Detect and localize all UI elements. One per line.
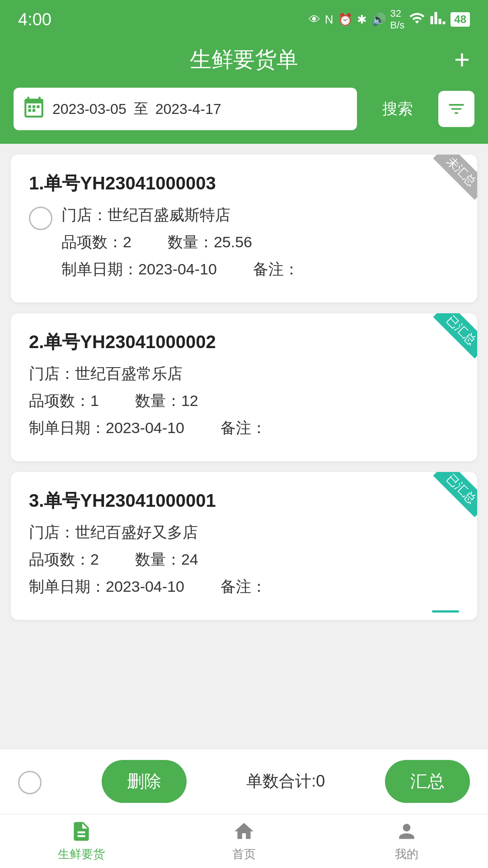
badge-3: 已汇总 <box>427 472 477 522</box>
order-radio-1[interactable] <box>29 207 52 230</box>
add-button[interactable]: + <box>454 46 470 73</box>
orders-list: 未汇总 1.单号YH23041000003 门店：世纪百盛威斯特店 品项数：2 … <box>0 144 488 710</box>
scroll-indicator <box>432 610 459 613</box>
home-icon <box>233 820 255 843</box>
nav-label-home: 首页 <box>232 846 256 862</box>
order-store-1: 门店：世纪百盛威斯特店 <box>61 205 459 226</box>
nav-label-mine: 我的 <box>395 846 418 862</box>
order-item-count-2: 品项数：1 <box>29 391 99 411</box>
order-date-3: 制单日期：2023-04-10 <box>29 576 184 597</box>
svg-rect-0 <box>28 105 31 108</box>
status-icons: 👁 N ⏰ ✱ 🔊 32B/s 48 <box>309 8 470 31</box>
badge-1: 未汇总 <box>427 155 477 204</box>
badge-text-3: 已汇总 <box>433 472 477 517</box>
search-bar: 2023-03-05 至 2023-4-17 搜索 <box>0 88 488 144</box>
svg-rect-4 <box>33 109 35 112</box>
svg-rect-3 <box>28 109 31 112</box>
delete-button[interactable]: 删除 <box>102 760 187 803</box>
order-quantity-3: 数量：24 <box>135 549 198 570</box>
nfc-icon: N <box>325 13 333 27</box>
summary-label: 单数合计: <box>246 772 316 790</box>
mine-icon <box>395 820 418 843</box>
page-title: 生鲜要货单 <box>190 45 298 74</box>
bottom-nav: 生鲜要货 首页 我的 <box>0 814 488 868</box>
order-store-3: 门店：世纪百盛好又多店 <box>29 522 459 543</box>
date-from: 2023-03-05 <box>52 101 127 118</box>
order-date-1: 制单日期：2023-04-10 <box>61 259 217 280</box>
date-separator: 至 <box>134 99 148 119</box>
order-item-count-3: 品项数：2 <box>29 549 99 570</box>
order-store-2: 门店：世纪百盛常乐店 <box>29 363 459 384</box>
calendar-icon <box>23 96 45 122</box>
volume-icon: 🔊 <box>371 13 386 27</box>
status-bar: 4:00 👁 N ⏰ ✱ 🔊 32B/s 48 <box>0 0 488 36</box>
order-title-1: 1.单号YH23041000003 <box>29 171 459 196</box>
order-card-3[interactable]: 已汇总 3.单号YH23041000001 门店：世纪百盛好又多店 品项数：2 … <box>11 472 477 620</box>
svg-rect-2 <box>37 105 39 108</box>
order-remark-3: 备注： <box>221 576 267 597</box>
order-quantity-2: 数量：12 <box>135 391 198 411</box>
order-item-count-1: 品项数：2 <box>61 232 131 253</box>
search-button[interactable]: 搜索 <box>366 90 429 127</box>
bottom-action-bar: 删除 单数合计:0 汇总 <box>0 749 488 814</box>
data-speed: 32B/s <box>390 8 405 31</box>
nav-item-mine[interactable]: 我的 <box>325 814 488 868</box>
status-time: 4:00 <box>18 10 52 29</box>
order-title-2: 2.单号YH23041000002 <box>29 330 459 354</box>
date-to: 2023-4-17 <box>155 101 221 118</box>
select-all-radio[interactable] <box>18 771 42 794</box>
date-range-container[interactable]: 2023-03-05 至 2023-4-17 <box>14 88 357 130</box>
alarm-icon: ⏰ <box>338 13 352 27</box>
fresh-icon <box>70 820 93 843</box>
order-quantity-1: 数量：25.56 <box>168 232 252 253</box>
nav-item-home[interactable]: 首页 <box>163 814 325 868</box>
order-card-1[interactable]: 未汇总 1.单号YH23041000003 门店：世纪百盛威斯特店 品项数：2 … <box>11 155 477 302</box>
order-card-2[interactable]: 已汇总 2.单号YH23041000002 门店：世纪百盛常乐店 品项数：1 数… <box>11 313 477 461</box>
order-details-1: 门店：世纪百盛威斯特店 品项数：2 数量：25.56 制单日期：2023-04-… <box>29 205 459 286</box>
eye-icon: 👁 <box>309 13 320 27</box>
signal-icon <box>430 10 446 29</box>
merge-button[interactable]: 汇总 <box>385 760 470 803</box>
nav-item-fresh[interactable]: 生鲜要货 <box>0 814 163 868</box>
badge-text-1: 未汇总 <box>433 155 477 200</box>
order-remark-1: 备注： <box>253 259 299 280</box>
badge-2: 已汇总 <box>427 313 477 363</box>
summary-count: 0 <box>316 772 325 790</box>
nav-label-fresh: 生鲜要货 <box>58 846 105 862</box>
page-header: 生鲜要货单 + <box>0 36 488 88</box>
battery-icon: 48 <box>450 12 470 27</box>
filter-button[interactable] <box>438 91 474 127</box>
order-date-2: 制单日期：2023-04-10 <box>29 418 184 439</box>
badge-text-2: 已汇总 <box>433 313 477 359</box>
summary-text: 单数合计:0 <box>246 770 325 793</box>
order-remark-2: 备注： <box>221 418 267 439</box>
bluetooth-icon: ✱ <box>357 13 367 27</box>
order-title-3: 3.单号YH23041000001 <box>29 488 459 513</box>
wifi-icon <box>409 10 425 29</box>
svg-rect-1 <box>33 105 35 108</box>
